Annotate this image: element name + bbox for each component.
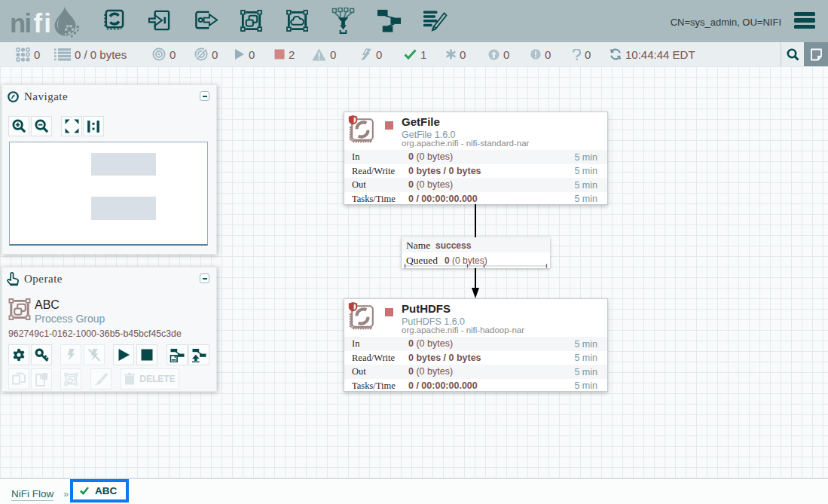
svg-text:fi: fi xyxy=(34,8,53,38)
svg-text:ni: ni xyxy=(10,9,31,38)
